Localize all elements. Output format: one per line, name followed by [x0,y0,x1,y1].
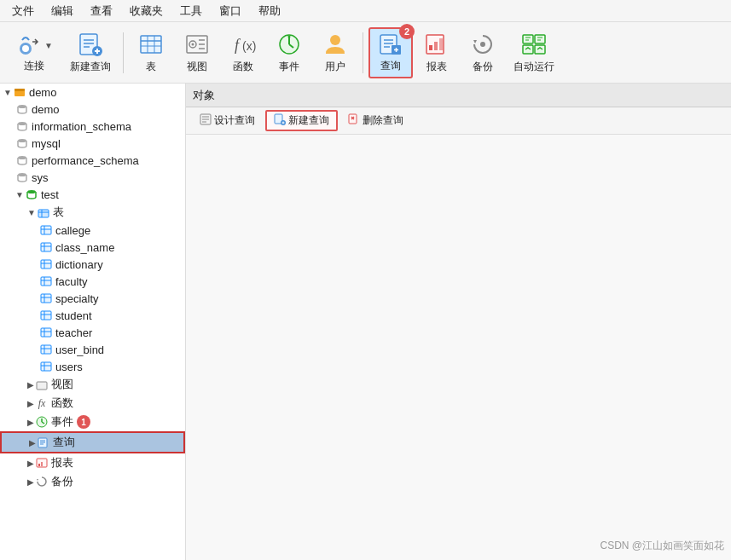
tree-item-student[interactable]: student [0,307,185,324]
svg-point-50 [18,105,26,108]
tree-item-demo-root[interactable]: ▼ demo [0,84,185,101]
content-tab-object[interactable]: 对象 [193,88,215,103]
tree-item-user-bind[interactable]: user_bind [0,341,185,358]
tree-item-label: 查询 [53,435,75,450]
table-icon [39,360,53,373]
chevron-right-icon: ▶ [27,380,34,390]
backup-icon [469,31,496,58]
tree-item-performance-schema[interactable]: performance_schema [0,152,185,169]
svg-rect-35 [429,45,432,50]
table-icon [39,223,53,237]
table-icon [39,326,53,339]
menu-help[interactable]: 帮助 [250,2,289,20]
tree-item-report-folder[interactable]: ▶ 报表 [0,453,185,472]
tree-item-dictionary[interactable]: dictionary [0,256,185,273]
chevron-down-icon: ▼ [15,190,24,199]
tree-item-view-folder[interactable]: ▶ 视图 [0,375,185,394]
svg-point-53 [18,156,26,159]
backup-folder-icon [35,475,49,488]
table-icon [39,292,53,305]
delete-query-button[interactable]: 删除查询 [341,112,410,130]
tree-item-label: specialty [55,292,99,305]
tree-item-backup-folder[interactable]: ▶ 备份 [0,472,185,491]
auto-icon [520,31,548,58]
menu-favorites[interactable]: 收藏夹 [121,2,171,20]
new-query-action-button[interactable]: 新建查询 [265,110,338,131]
toolbar: ▼ 连接 新建查询 [0,22,731,84]
sidebar: ▼ demo demo information_schema mysql [0,84,186,560]
svg-text:f: f [235,37,241,54]
menu-file[interactable]: 文件 [3,2,43,20]
connect-icon [15,32,43,59]
content-body [186,135,731,560]
toolbar-separator-2 [363,32,363,73]
action-bar: 设计查询 新建查询 删除查询 [186,107,731,135]
event-icon [276,31,303,58]
user-button[interactable]: 用户 [313,27,357,78]
tree-item-specialty[interactable]: specialty [0,290,185,307]
tree-item-test[interactable]: ▼ test [0,186,185,203]
backup-button[interactable]: 备份 [461,27,505,78]
design-query-button[interactable]: 设计查询 [193,112,262,130]
tree-item-query-folder[interactable]: ▶ 查询 [0,431,185,453]
svg-point-25 [288,36,291,38]
menu-view[interactable]: 查看 [82,2,121,20]
tree-item-label: mysql [32,137,61,150]
tree-item-label: callege [55,224,90,237]
tree-item-users[interactable]: users [0,358,185,375]
tree-item-label: test [41,188,59,201]
tree-item-class-name[interactable]: class_name [0,239,185,256]
svg-marker-97 [37,479,38,481]
tree-item-sys[interactable]: sys [0,169,185,186]
tree-item-label: student [55,309,92,322]
tree-item-teacher[interactable]: teacher [0,324,185,341]
connect-button[interactable]: ▼ 连接 [7,27,61,78]
tree-item-mysql[interactable]: mysql [0,135,185,152]
chevron-down-icon: ▼ [27,208,36,217]
svg-point-39 [480,42,485,47]
table-folder-icon [37,205,50,219]
auto-button[interactable]: 自动运行 [507,27,561,78]
connect-dropdown-icon[interactable]: ▼ [44,41,53,50]
tree-item-label: sys [32,171,49,184]
view-button[interactable]: 视图 [175,27,219,78]
tree-item-label: teacher [55,326,92,339]
menu-window[interactable]: 窗口 [211,2,250,20]
table-label: 表 [146,60,156,74]
tree-item-label: 表 [53,205,64,220]
tree-item-event-folder[interactable]: ▶ 事件 1 [0,413,185,431]
menubar: 文件 编辑 查看 收藏夹 工具 窗口 帮助 [0,0,731,22]
svg-text:(x): (x) [242,39,256,53]
tree-item-tables-folder[interactable]: ▼ 表 [0,203,185,222]
menu-tools[interactable]: 工具 [171,2,211,20]
toolbar-separator-1 [123,32,124,73]
svg-rect-56 [38,210,49,217]
delete-query-label: 删除查询 [363,113,403,128]
tree-item-func-folder[interactable]: ▶ fx 函数 [0,394,185,413]
event-button[interactable]: 事件 [267,27,311,78]
main-area: ▼ demo demo information_schema mysql [0,84,731,560]
delete-query-icon [348,113,360,128]
func-label: 函数 [233,60,253,74]
tree-item-label: 函数 [51,395,73,411]
tree-item-callege[interactable]: callege [0,222,185,239]
table-icon [39,309,53,322]
table-icon [39,240,53,254]
tree-item-faculty[interactable]: faculty [0,273,185,290]
func-button[interactable]: f (x) 函数 [221,27,265,78]
new-query-label: 新建查询 [70,60,111,74]
query-button[interactable]: 2 查询 [368,27,413,78]
table-button[interactable]: 表 [129,27,173,78]
tree-item-information-schema[interactable]: information_schema [0,118,185,135]
chevron-right-icon: ▶ [27,418,34,427]
content-tab-bar: 对象 [186,84,731,107]
report-button[interactable]: 报表 [415,27,459,78]
table-icon [137,31,165,58]
chevron-right-icon: ▶ [29,438,36,447]
tree-item-demo-db[interactable]: demo [0,101,185,118]
svg-rect-47 [535,45,545,54]
db-root-icon [13,85,26,99]
menu-edit[interactable]: 编辑 [43,2,82,20]
event-folder-icon [35,415,49,429]
new-query-button[interactable]: 新建查询 [63,27,118,78]
